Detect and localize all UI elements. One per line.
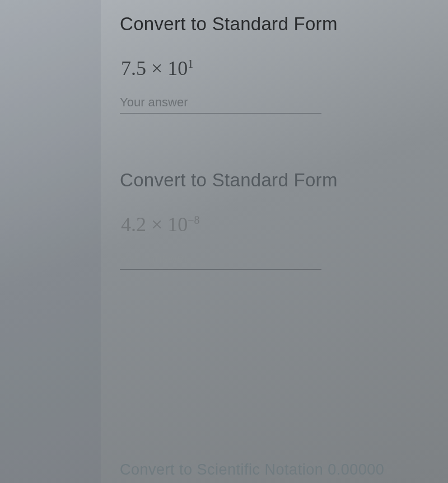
question-title: Convert to Standard Form	[120, 170, 437, 191]
content-area: Convert to Standard Form 7.5 × 101 Conve…	[101, 0, 448, 483]
coefficient: 7.5	[121, 57, 146, 79]
expression: 4.2 × 10−8	[121, 214, 437, 235]
base: 10	[167, 57, 188, 79]
answer-input-2[interactable]	[120, 249, 321, 270]
times-sign: ×	[151, 57, 162, 79]
exponent: 1	[188, 58, 193, 70]
times-sign: ×	[151, 213, 162, 236]
left-margin	[0, 0, 101, 483]
exponent: −8	[188, 214, 199, 226]
base: 10	[167, 213, 188, 236]
next-question-title: Convert to Scientific Notation 0.00000	[120, 461, 448, 479]
worksheet-page: Convert to Standard Form 7.5 × 101 Conve…	[0, 0, 448, 483]
expression: 7.5 × 101	[121, 58, 437, 78]
question-card-1: Convert to Standard Form 7.5 × 101	[120, 13, 437, 114]
answer-input-1[interactable]	[120, 93, 321, 114]
question-card-2: Convert to Standard Form 4.2 × 10−8	[120, 170, 437, 270]
question-title: Convert to Standard Form	[120, 13, 437, 35]
coefficient: 4.2	[121, 213, 146, 236]
